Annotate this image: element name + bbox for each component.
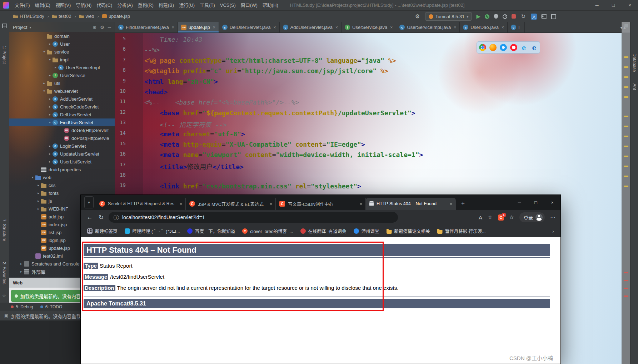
menu-item-工具-t[interactable]: 工具(T) — [197, 0, 218, 11]
editor-tab-adduserservlet-java[interactable]: cAddUserServlet.java× — [280, 22, 342, 32]
editor-tab-update-jsp[interactable]: JSPupdate.jsp× — [178, 22, 219, 32]
favorites-bar-icon[interactable]: ☆ — [509, 214, 514, 221]
tool-window-button-2-favorites[interactable]: 2: Favorites — [2, 262, 7, 284]
close-icon[interactable]: × — [335, 25, 338, 30]
run-configuration-select[interactable]: Tomcat 8.5.31 ▾ — [425, 12, 472, 21]
tree-item-userservice[interactable]: ▸IUserService — [9, 71, 115, 79]
url-input[interactable]: i localhost/test02/findUserServlet?id=1 — [109, 212, 398, 223]
browser-minimize-button[interactable]: ─ — [511, 195, 528, 210]
close-button[interactable]: × — [622, 0, 638, 11]
tree-item-impl[interactable]: ▾impl — [9, 56, 115, 64]
menu-item-vcs-s[interactable]: VCS(S) — [218, 0, 238, 11]
coverage-icon[interactable] — [494, 14, 498, 19]
project-panel-title[interactable]: Project — [13, 25, 27, 30]
menu-item-编辑-e[interactable]: 编辑(E) — [33, 0, 53, 11]
bookmark-哔哩哔哩[interactable]: 哔哩哔哩 ( ゜- ゜)つロ... — [125, 228, 180, 234]
tree-item-finduserservlet[interactable]: ▾cFindUserServlet — [9, 118, 115, 126]
layout-grid-icon[interactable] — [551, 14, 556, 19]
close-icon[interactable]: × — [449, 201, 452, 207]
tree-item-userlistservlet[interactable]: ▸cUserListServlet — [9, 158, 115, 166]
bookmark-新冠疫情论文相关[interactable]: 新冠疫情论文相关 — [387, 228, 430, 234]
tree-item-loginservlet[interactable]: ▸cLoginServlet — [9, 142, 115, 150]
tree-item-deluserservlet[interactable]: ▸cDelUserServlet — [9, 111, 115, 118]
tree-item-domain[interactable]: domain — [9, 32, 115, 40]
tree-item-util[interactable]: ▸util — [9, 79, 115, 87]
editor-tab-userdao-java[interactable]: cUserDao.java× — [460, 22, 508, 32]
tree-item-web[interactable]: ▾web — [9, 173, 115, 181]
tool-window-switcher-icon[interactable] — [2, 24, 7, 28]
breadcrumb-item-htmlstudy[interactable]: HTMLStudy — [12, 14, 45, 19]
tree-item-dopost-httpservle[interactable]: mdoPost(HttpServle — [9, 134, 115, 142]
favorites-star-icon[interactable]: ☆ — [2, 293, 6, 298]
close-icon[interactable]: × — [359, 201, 362, 207]
tree-item-druid-properties[interactable]: druid.properties — [9, 166, 115, 173]
bookmark-在线翻译-有道词典[interactable]: 在线翻译_有道词典 — [300, 228, 347, 234]
tool-window-button-database[interactable]: Database — [632, 54, 637, 72]
tool-window-button-7-structure[interactable]: 7: Structure — [2, 219, 7, 241]
menu-item-帮助-h[interactable]: 帮助(H) — [260, 0, 281, 11]
close-icon[interactable]: × — [502, 25, 504, 30]
status-panel-icon[interactable]: ▣ — [4, 313, 8, 318]
browser-close-button[interactable]: × — [544, 195, 560, 210]
tab-search-icon[interactable]: ▾ — [84, 196, 94, 208]
browser-maximize-button[interactable]: □ — [528, 195, 544, 210]
console-icon[interactable] — [541, 14, 547, 19]
code-area[interactable]: Time: 10:43--%><%@ page contentType="tex… — [144, 36, 622, 193]
opera-icon[interactable] — [510, 44, 517, 51]
tool-window-button-debug[interactable]: 5: Debug — [11, 304, 33, 309]
menu-item-导航-n[interactable]: 导航(N) — [73, 0, 94, 11]
read-aloud-icon[interactable]: A — [479, 214, 482, 221]
back-icon[interactable]: ← — [86, 214, 94, 221]
tree-item-adduserservlet[interactable]: ▸cAddUserServlet — [9, 95, 115, 103]
close-icon[interactable]: × — [274, 25, 276, 30]
tree-item-userserviceimpl[interactable]: ▸cUserServiceImpl — [9, 64, 115, 71]
menu-item-视图-v[interactable]: 视图(V) — [53, 0, 73, 11]
new-tab-button[interactable]: + — [458, 198, 468, 208]
edge-icon[interactable]: e — [531, 44, 538, 51]
maximize-button[interactable]: □ — [605, 0, 622, 11]
menu-item-构建-b[interactable]: 构建(B) — [156, 0, 176, 11]
csdn-extension-icon[interactable]: C 1 — [498, 214, 504, 221]
more-icon[interactable]: ⋯ — [550, 214, 555, 221]
editor-tab-userserviceimpl-java[interactable]: cUserServiceImpl.java× — [396, 22, 460, 32]
wrench-icon[interactable]: ⚙ — [414, 13, 421, 20]
tree-item-user[interactable]: ▸cUser — [9, 40, 115, 48]
profile-login-button[interactable]: 登录 — [519, 212, 545, 222]
editor-tab-deluserservlet-java[interactable]: cDelUserServlet.java× — [219, 22, 280, 32]
editor-tab-i[interactable]: cI — [508, 22, 525, 32]
bookmark-潭州课堂[interactable]: 潭州课堂 — [354, 228, 379, 234]
ie-icon[interactable]: e — [520, 44, 528, 51]
add-favorite-icon[interactable]: ☆ — [488, 214, 492, 221]
locate-icon[interactable]: ⊕ — [93, 25, 96, 30]
editor-tab-finduserservlet-java[interactable]: cFindUserServlet.java× — [115, 22, 178, 32]
bookmark-暂伴月将影-行乐须[interactable]: 暂伴月将影 行乐须... — [437, 228, 486, 234]
translate-icon[interactable]: 文 — [531, 14, 537, 20]
hide-panel-icon[interactable]: ─ — [108, 25, 111, 30]
menu-item-运行-u[interactable]: 运行(U) — [176, 0, 197, 11]
close-icon[interactable]: × — [179, 201, 182, 207]
breadcrumb-item-update-jsp[interactable]: update.jsp — [101, 14, 131, 19]
editor-tab-userservice-java[interactable]: IUserService.java× — [342, 22, 396, 32]
tree-item-web-servlet[interactable]: ▾web.servlet — [9, 87, 115, 95]
tree-item-updateuserservlet[interactable]: ▸cUpdateUserServlet — [9, 150, 115, 158]
bookmarks-overflow-icon[interactable]: › — [552, 228, 554, 234]
menu-item-文件-f[interactable]: 文件(F) — [12, 0, 33, 11]
browser-tab-jsp-mvc开发模式-el表达式[interactable]: CJSP & MVC开发模式 & EL表达式× — [186, 198, 276, 210]
browser-tab-servlet-http-request-res[interactable]: CServlet & HTTP & Request & Res× — [96, 198, 186, 210]
firefox-icon[interactable] — [489, 44, 497, 51]
debug-button[interactable] — [485, 14, 489, 19]
close-icon[interactable]: × — [454, 25, 456, 30]
gear-icon[interactable]: ⚙ — [100, 25, 104, 30]
close-icon[interactable]: × — [269, 201, 272, 207]
menu-item-代码-c[interactable]: 代码(C) — [94, 0, 115, 11]
browser-tab-http-status-404-not-found[interactable]: HTTP Status 404 – Not Found× — [366, 198, 456, 210]
bookmark-新建标签页[interactable]: 新建标签页 — [87, 228, 118, 234]
chevron-down-icon[interactable]: ▾ — [29, 25, 31, 29]
stop-button[interactable] — [512, 14, 516, 19]
tree-item-service[interactable]: ▾service — [9, 48, 115, 56]
tool-window-button-ant[interactable]: Ant — [632, 84, 637, 90]
rerun-icon[interactable]: ↻ — [520, 13, 527, 20]
safari-icon[interactable] — [500, 44, 507, 51]
tool-window-button-todo[interactable]: 6: TODO — [40, 304, 63, 309]
menu-item-窗口-w[interactable]: 窗口(W) — [238, 0, 260, 11]
